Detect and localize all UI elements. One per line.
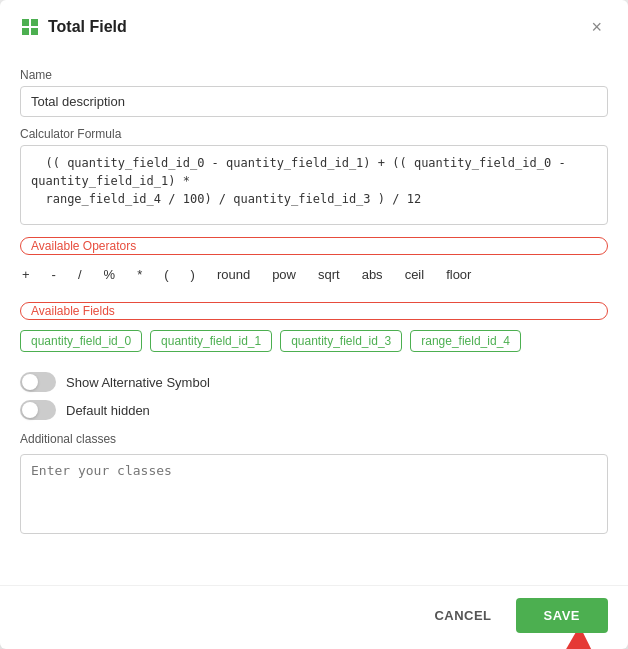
operator-plus[interactable]: + (20, 265, 32, 284)
operator-divide[interactable]: / (76, 265, 84, 284)
dialog-body: Name Calculator Formula Available Operat… (0, 50, 628, 585)
svg-rect-3 (31, 28, 38, 35)
dialog-title: Total Field (48, 18, 127, 36)
field-tag-0[interactable]: quantity_field_id_0 (20, 330, 142, 352)
formula-textarea[interactable] (20, 145, 608, 225)
show-alternative-toggle-row: Show Alternative Symbol (20, 372, 608, 392)
available-operators-label: Available Operators (20, 237, 608, 255)
additional-classes-label: Additional classes (20, 432, 608, 446)
toggle-knob-2 (22, 402, 38, 418)
close-button[interactable]: × (585, 16, 608, 38)
additional-classes-textarea[interactable] (20, 454, 608, 534)
name-label: Name (20, 68, 608, 82)
default-hidden-toggle-row: Default hidden (20, 400, 608, 420)
operator-round[interactable]: round (215, 265, 252, 284)
dialog-title-row: Total Field (20, 17, 127, 37)
available-fields-label: Available Fields (20, 302, 608, 320)
svg-rect-0 (22, 19, 29, 26)
default-hidden-toggle[interactable] (20, 400, 56, 420)
operator-close-paren[interactable]: ) (189, 265, 197, 284)
operators-row: + - / % * ( ) round pow sqrt abs ceil fl… (20, 261, 608, 290)
total-field-dialog: Total Field × Name Calculator Formula Av… (0, 0, 628, 649)
operator-floor[interactable]: floor (444, 265, 473, 284)
dialog-header: Total Field × (0, 0, 628, 50)
field-tag-1[interactable]: quantity_field_id_1 (150, 330, 272, 352)
svg-rect-2 (22, 28, 29, 35)
operator-ceil[interactable]: ceil (403, 265, 427, 284)
field-tag-3[interactable]: quantity_field_id_3 (280, 330, 402, 352)
operator-multiply[interactable]: * (135, 265, 144, 284)
default-hidden-label: Default hidden (66, 403, 150, 418)
operator-percent[interactable]: % (102, 265, 118, 284)
cancel-button[interactable]: CANCEL (410, 598, 515, 633)
dialog-footer: CANCEL SAVE (0, 585, 628, 649)
operator-abs[interactable]: abs (360, 265, 385, 284)
operator-pow[interactable]: pow (270, 265, 298, 284)
svg-rect-1 (31, 19, 38, 26)
operator-open-paren[interactable]: ( (162, 265, 170, 284)
operator-sqrt[interactable]: sqrt (316, 265, 342, 284)
show-alternative-label: Show Alternative Symbol (66, 375, 210, 390)
name-input[interactable] (20, 86, 608, 117)
show-alternative-toggle[interactable] (20, 372, 56, 392)
grid-icon (20, 17, 40, 37)
toggle-knob-1 (22, 374, 38, 390)
operator-minus[interactable]: - (50, 265, 58, 284)
field-tag-4[interactable]: range_field_id_4 (410, 330, 521, 352)
formula-label: Calculator Formula (20, 127, 608, 141)
fields-row: quantity_field_id_0 quantity_field_id_1 … (20, 326, 608, 358)
save-button[interactable]: SAVE (516, 598, 608, 633)
